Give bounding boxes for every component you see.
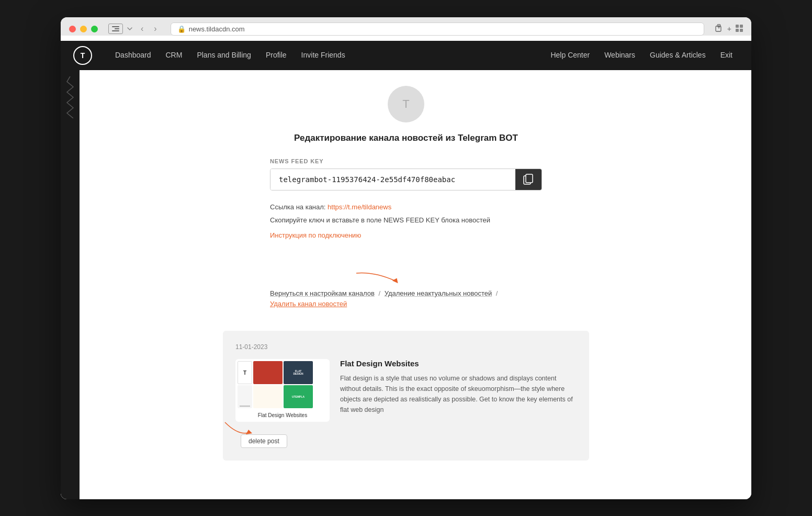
mosaic-cell-yellow [253, 385, 283, 408]
app-navigation: T Dashboard CRM Plans and Billing Profil… [61, 41, 751, 70]
svg-rect-6 [736, 29, 739, 32]
post-date: 11-01-2023 [235, 343, 577, 351]
svg-rect-5 [740, 25, 743, 28]
delete-post-button[interactable]: delete post [241, 434, 287, 448]
delete-outdated-link[interactable]: Удаление неактуальных новостей [385, 289, 492, 297]
nav-crm[interactable]: CRM [160, 47, 189, 64]
nav-help-center[interactable]: Help Center [544, 47, 596, 64]
copy-icon [523, 174, 534, 185]
svg-marker-11 [246, 430, 252, 434]
delete-arrow-svg [220, 420, 262, 435]
left-sidebar [61, 70, 80, 499]
instruction-link[interactable]: Инструкция по подключению [270, 231, 361, 239]
address-bar[interactable]: 🔒 news.tildacdn.com [171, 23, 704, 36]
url-text: news.tildacdn.com [189, 25, 245, 33]
back-button[interactable]: ‹ [138, 23, 146, 35]
instruction-text: Скопируйте ключ и вставьте в поле NEWS F… [270, 216, 542, 224]
svg-rect-1 [115, 28, 119, 29]
post-text-area: Flat Design Websites Flat design is a st… [340, 359, 577, 415]
mosaic-label: Flat Design Websites [235, 412, 330, 419]
svg-rect-7 [740, 29, 743, 32]
avatar: T [388, 86, 424, 122]
page-title: Редактирование канала новостей из Telegr… [294, 133, 518, 143]
separator-1: / [378, 289, 380, 297]
mosaic-cell-wireframe [238, 385, 252, 408]
channel-link[interactable]: https://t.me/tildanews [328, 203, 391, 211]
back-to-channels-link[interactable]: Вернуться к настройкам каналов [270, 289, 375, 297]
forward-button[interactable]: › [151, 23, 160, 35]
share-button[interactable] [715, 24, 723, 34]
nav-webinars[interactable]: Webinars [598, 47, 641, 64]
copy-key-button[interactable] [515, 169, 542, 190]
channel-link-row: Ссылка на канал: https://t.me/tildanews [270, 203, 542, 211]
post-thumbnail: T FLATDESIGN UTEMPLA [235, 359, 330, 422]
mosaic-cell-green: UTEMPLA [284, 385, 313, 408]
svg-rect-0 [112, 26, 119, 27]
close-button[interactable] [69, 26, 76, 32]
maximize-button[interactable] [91, 26, 98, 32]
nav-dashboard[interactable]: Dashboard [109, 47, 157, 64]
delete-section: delete post [235, 430, 577, 448]
nav-exit[interactable]: Exit [714, 47, 739, 64]
chevron-down-icon [126, 25, 133, 32]
grid-button[interactable] [736, 25, 743, 33]
mosaic-cell-logo: T [238, 361, 252, 384]
svg-rect-9 [526, 174, 533, 183]
news-feed-key-input[interactable] [270, 169, 515, 190]
nav-guides-articles[interactable]: Guides & Articles [644, 47, 712, 64]
nav-invite-friends[interactable]: Invite Friends [295, 47, 352, 64]
lock-icon: 🔒 [177, 25, 186, 33]
nav-profile[interactable]: Profile [260, 47, 293, 64]
minimize-button[interactable] [80, 26, 87, 32]
delete-channel-link[interactable]: Удалить канал новостей [270, 300, 347, 308]
field-label: NEWS FEED KEY [270, 158, 542, 164]
mosaic-cell-red [253, 361, 283, 384]
new-tab-button[interactable]: + [727, 25, 731, 33]
post-title: Flat Design Websites [340, 359, 577, 368]
post-card: 11-01-2023 T FLATDESIGN [223, 331, 589, 461]
svg-rect-4 [736, 25, 739, 28]
sidebar-toggle[interactable] [108, 24, 123, 34]
news-feed-key-field [270, 169, 542, 190]
post-description: Flat design is a style that uses no volu… [340, 373, 577, 415]
zigzag-decoration [65, 76, 75, 118]
svg-marker-10 [392, 277, 400, 283]
arrow-decoration [270, 271, 542, 285]
mosaic-cell-dark: FLATDESIGN [284, 361, 313, 384]
nav-plans-billing[interactable]: Plans and Billing [190, 47, 257, 64]
svg-rect-2 [112, 30, 119, 31]
separator-2: / [496, 289, 498, 297]
app-logo[interactable]: T [73, 46, 92, 65]
curved-arrow-svg [354, 271, 416, 285]
bottom-links: Вернуться к настройкам каналов / Удалени… [270, 288, 542, 310]
